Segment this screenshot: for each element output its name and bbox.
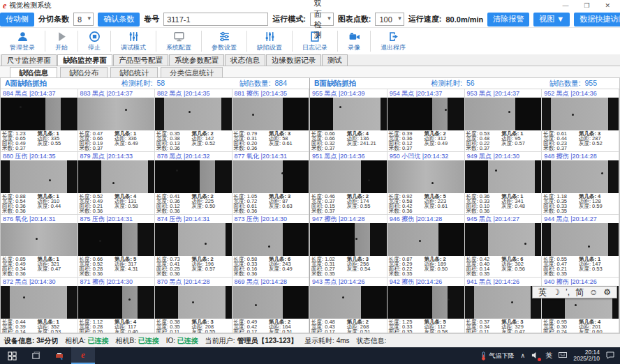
sub-tab-2[interactable]: 缺陷统计 xyxy=(110,67,158,77)
defect-cell[interactable]: 946 擦伤 |20:14:28 长度: 0.87 宽度: 0.29 面积: 0… xyxy=(388,215,465,278)
touch-keyboard-icon[interactable] xyxy=(559,351,567,360)
confirm-count-button[interactable]: 确认条数 xyxy=(98,13,140,26)
defect-cell[interactable]: 869 黑点 |20:14:28 长度: 0.49 宽度: 0.42 面积: 0… xyxy=(232,278,310,333)
defect-image xyxy=(155,98,232,130)
slidersh-toolbar-button[interactable]: 参数设置 xyxy=(203,28,245,54)
taskbar-active-app-icon[interactable]: e xyxy=(71,347,95,364)
defect-cell-header: 941 黑点 |20:14:26 xyxy=(465,278,542,286)
user-toolbar-button[interactable]: 管理登录 xyxy=(1,28,43,54)
defect-image xyxy=(465,98,542,130)
defect-stats: 长度: 0.42 宽度: 0.40 面积: 0.14 米数: 0.35 第几条:… xyxy=(465,256,542,277)
ime-indicator[interactable]: 英 xyxy=(545,351,552,361)
exit-toolbar-button[interactable]: 退出程序 xyxy=(372,28,414,54)
defect-stats: 长度: 0.37 宽度: 0.34 面积: 0.11 米数: 0.35 第几条:… xyxy=(465,319,542,333)
clock-widget[interactable]: 20:14 2025/2/10 xyxy=(573,349,600,362)
defect-cell[interactable]: 953 黑点 |20:14:37 长度: 0.53 宽度: 0.48 面积: 0… xyxy=(465,89,542,152)
main-tab-5[interactable]: 边缘数据记录 xyxy=(266,54,321,66)
defect-cell-header: 878 黑点 |20:14:32 xyxy=(155,152,232,160)
defect-cell[interactable]: 882 黑点 |20:14:35 长度: 0.35 宽度: 0.38 面积: 0… xyxy=(155,89,232,152)
defect-cell[interactable]: 873 压伤 |20:14:30 长度: 0.58 宽度: 0.33 面积: 0… xyxy=(232,215,310,278)
defect-cell[interactable]: 884 黑点 |20:14:37 长度: 1.23 宽度: 0.65 面积: 0… xyxy=(1,89,78,152)
notification-center-icon[interactable] xyxy=(606,351,614,361)
defect-cell[interactable]: 947 擦伤 |20:14:28 长度: 1.02 宽度: 0.31 面积: 0… xyxy=(310,215,388,278)
drive-side-button[interactable]: 传动侧 xyxy=(0,13,34,26)
toolbar-divider xyxy=(370,31,371,52)
data-quick-access-menu-button[interactable]: 数据快捷访问 ▼ xyxy=(574,13,620,26)
chart-points-select[interactable]: 100 ▾ xyxy=(375,13,404,26)
defect-cell[interactable]: 871 擦伤 |20:14:30 长度: 1.12 宽度: 0.28 面积: 0… xyxy=(78,278,156,333)
defect-cell[interactable]: 945 黑点 |20:14:27 长度: 0.42 宽度: 0.40 面积: 0… xyxy=(465,215,542,278)
tune-toolbar-button[interactable]: 调试模式 xyxy=(112,28,154,54)
defect-cell[interactable]: 951 黑点 |20:14:36 长度: 0.46 宽度: 0.37 面积: 0… xyxy=(310,152,388,215)
defect-cell[interactable]: 881 擦伤 |20:14:35 长度: 0.79 宽度: 0.31 面积: 0… xyxy=(232,89,310,152)
main-tab-1[interactable]: 缺陷监控界面 xyxy=(57,54,112,66)
roll-number-input[interactable] xyxy=(163,13,268,26)
main-tab-4[interactable]: 状态信息 xyxy=(225,54,265,66)
ime-lang-toggle[interactable]: 英 xyxy=(538,287,547,298)
ime-settings-icon[interactable]: ⚙ xyxy=(603,287,611,297)
defect-cell[interactable]: 952 黑点 |20:14:36 长度: 0.61 宽度: 0.44 面积: 0… xyxy=(542,89,619,152)
ime-punctuation-toggle[interactable]: ’, xyxy=(566,287,570,297)
sub-tab-0[interactable]: 缺陷信息 xyxy=(10,67,57,77)
defect-cell[interactable]: 954 黑点 |20:14:37 长度: 0.39 宽度: 0.36 面积: 0… xyxy=(388,89,465,152)
defect-cell[interactable]: 941 黑点 |20:14:26 长度: 0.37 宽度: 0.34 面积: 0… xyxy=(465,278,542,333)
camera-toolbar-button[interactable]: 录像 xyxy=(339,28,369,54)
defect-stats: 长度: 0.66 宽度: 0.66 面积: 0.32 米数: 0.37 第几条:… xyxy=(310,130,387,151)
sub-tab-1[interactable]: 缺陷分布 xyxy=(60,67,108,77)
minimize-button[interactable]: — xyxy=(562,2,568,9)
defect-cell[interactable]: 883 黑点 |20:14:37 长度: 0.47 宽度: 0.66 面积: 0… xyxy=(78,89,156,152)
defect-cell[interactable]: 943 黑点 |20:14:26 长度: 0.48 宽度: 0.43 面积: 0… xyxy=(310,278,388,333)
slidersv-toolbar-button[interactable]: 缺陷设置 xyxy=(249,28,290,54)
run-mode-select[interactable]: 双面检测 ▾ xyxy=(310,13,334,26)
start-button[interactable] xyxy=(0,347,24,364)
defect-cell-header: 874 压伤 |20:14:31 xyxy=(155,215,232,223)
maximize-button[interactable]: ❐ xyxy=(584,2,589,9)
defect-cell[interactable]: 874 压伤 |20:14:31 长度: 0.73 宽度: 0.41 面积: 0… xyxy=(155,215,232,278)
main-tab-6[interactable]: 测试 xyxy=(322,54,348,66)
slit-count-select[interactable]: 8 ▾ xyxy=(73,13,94,26)
defect-image xyxy=(78,98,155,130)
defect-cell[interactable]: 949 黑点 |20:14:30 长度: 0.36 宽度: 0.33 面积: 0… xyxy=(465,152,542,215)
clear-alarm-button[interactable]: 清除报警 xyxy=(487,13,529,26)
defect-cell[interactable]: 942 擦伤 |20:14:26 长度: 1.25 宽度: 0.33 面积: 0… xyxy=(388,278,465,333)
ime-language-bar[interactable]: 英☽’,简☺⚙ xyxy=(532,286,617,298)
stop-toolbar-button[interactable]: 停止 xyxy=(80,28,109,54)
defect-cell-header: 951 黑点 |20:14:36 xyxy=(310,152,387,160)
io-status: 已连接 xyxy=(177,337,198,344)
view-menu-button[interactable]: 视图 ▼ xyxy=(533,13,570,26)
defect-cell[interactable]: 876 氧化 |20:14:31 长度: 0.85 宽度: 0.49 面积: 0… xyxy=(1,215,78,278)
defect-cell[interactable]: 872 黑点 |20:14:30 长度: 0.44 宽度: 0.39 面积: 0… xyxy=(1,278,78,333)
camera-b-status: 已连接 xyxy=(138,337,159,344)
defect-mark xyxy=(281,172,283,174)
stat-meter: 米数: 0.36 xyxy=(234,146,268,151)
monitor-toolbar-button[interactable]: 系统配置 xyxy=(158,28,200,54)
defect-cell[interactable]: 878 黑点 |20:14:32 长度: 0.41 宽度: 0.36 面积: 0… xyxy=(155,152,232,215)
volume-icon[interactable] xyxy=(531,351,539,361)
defect-cell[interactable]: 877 氧化 |20:14:31 长度: 1.05 宽度: 0.72 面积: 0… xyxy=(232,152,310,215)
defect-cell[interactable]: 880 压伤 |20:14:35 长度: 0.88 宽度: 0.54 面积: 0… xyxy=(1,152,78,215)
defect-cell[interactable]: 944 黑点 |20:14:27 长度: 0.55 宽度: 0.47 面积: 0… xyxy=(542,215,619,278)
main-tab-2[interactable]: 产品型号配置 xyxy=(113,54,168,66)
defect-cell-header: 940 擦伤 |20:14:26 xyxy=(542,278,619,286)
weather-widget[interactable]: 气温下降 xyxy=(480,351,515,361)
defect-cell[interactable]: 870 黑点 |20:14:28 长度: 0.38 宽度: 0.35 面积: 0… xyxy=(155,278,232,333)
defect-cell[interactable]: 948 擦伤 |20:14:28 长度: 1.18 宽度: 0.35 面积: 0… xyxy=(542,152,619,215)
defect-cell[interactable]: 875 压伤 |20:14:31 长度: 0.66 宽度: 0.52 面积: 0… xyxy=(78,215,156,278)
ime-fullwidth-icon[interactable]: ☽ xyxy=(552,287,560,297)
taskbar-app-icon[interactable] xyxy=(47,347,71,364)
sub-tab-3[interactable]: 分类信息统计 xyxy=(161,67,223,77)
defect-cell[interactable]: 950 小凹坑 |20:14:32 长度: 0.92 宽度: 0.58 面积: … xyxy=(388,152,465,215)
tray-expand-caret[interactable]: ∧ xyxy=(521,352,526,359)
defect-cell[interactable]: 955 黑点 |20:14:39 长度: 0.66 宽度: 0.66 面积: 0… xyxy=(310,89,388,152)
defect-mark xyxy=(125,109,127,111)
play-toolbar-button[interactable]: 开始 xyxy=(47,28,76,54)
ime-emoji-icon[interactable]: ☺ xyxy=(589,287,598,297)
close-button[interactable]: ✕ xyxy=(605,2,610,9)
main-tab-3[interactable]: 系统参数配置 xyxy=(169,54,224,66)
task-view-button[interactable] xyxy=(24,347,47,364)
defect-cell[interactable]: 879 黑点 |20:14:33 长度: 0.52 宽度: 0.49 面积: 0… xyxy=(78,152,156,215)
ime-simplified-toggle[interactable]: 简 xyxy=(575,287,584,298)
toolbar-button-label: 参数设置 xyxy=(212,43,237,52)
main-tab-0[interactable]: 尺寸监控界面 xyxy=(1,54,57,66)
defect-mark xyxy=(192,301,194,303)
